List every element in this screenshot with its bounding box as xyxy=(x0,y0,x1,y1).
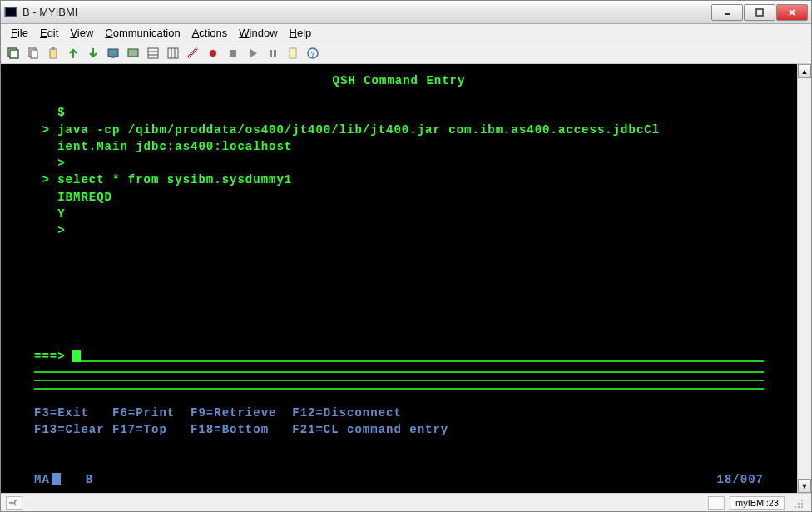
menu-window[interactable]: Window xyxy=(234,25,282,41)
menu-view[interactable]: View xyxy=(65,25,98,41)
svg-rect-9 xyxy=(31,50,37,58)
status-indicator xyxy=(52,473,61,485)
term-line: > xyxy=(9,222,789,239)
svg-point-29 xyxy=(798,503,800,505)
scroll-up-button[interactable]: ▲ xyxy=(798,64,811,78)
copy-icon[interactable] xyxy=(26,46,41,61)
input-continuation[interactable] xyxy=(34,371,764,373)
copy-screen-icon[interactable] xyxy=(6,46,21,61)
close-button[interactable] xyxy=(776,4,808,21)
paste-icon[interactable] xyxy=(46,46,61,61)
maximize-button[interactable] xyxy=(744,4,775,21)
cursor-position: 18/007 xyxy=(717,471,764,488)
window-controls xyxy=(710,4,808,21)
fkey-row-2: F13=Clear F17=Top F18=Bottom F21=CL comm… xyxy=(9,421,789,438)
svg-point-21 xyxy=(210,50,216,57)
minimize-button[interactable] xyxy=(711,4,743,21)
menu-file[interactable]: File xyxy=(6,25,33,41)
send-icon[interactable] xyxy=(66,46,81,61)
menu-edit[interactable]: Edit xyxy=(35,25,63,41)
doc-icon[interactable] xyxy=(285,46,300,61)
svg-point-32 xyxy=(798,506,800,508)
svg-rect-14 xyxy=(128,49,138,57)
svg-rect-25 xyxy=(290,48,296,58)
svg-point-30 xyxy=(801,503,803,505)
connection-plug-icon xyxy=(6,496,22,510)
command-prompt[interactable]: ===> xyxy=(9,348,789,365)
record-icon[interactable] xyxy=(205,46,220,61)
svg-rect-11 xyxy=(52,47,55,50)
svg-rect-3 xyxy=(756,9,763,16)
display-icon[interactable] xyxy=(106,46,121,61)
grid1-icon[interactable] xyxy=(146,46,161,61)
menu-actions[interactable]: Actions xyxy=(187,25,233,41)
term-line: > select * from sysibm.sysdummy1 xyxy=(9,171,789,188)
ruler-icon[interactable] xyxy=(186,46,201,61)
terminal-screen[interactable]: QSH Command Entry $ > java -cp /qibm/pro… xyxy=(1,64,797,493)
status-ma: MA xyxy=(34,471,50,488)
toolbar: ? xyxy=(1,42,811,64)
connection-lightning-icon xyxy=(708,496,725,510)
color-icon[interactable] xyxy=(126,46,141,61)
fkey-row-1: F3=Exit F6=Print F9=Retrieve F12=Disconn… xyxy=(9,405,789,421)
term-line: $ xyxy=(9,104,789,121)
svg-rect-10 xyxy=(50,49,57,58)
input-continuation[interactable] xyxy=(34,380,764,381)
receive-icon[interactable] xyxy=(86,46,101,61)
grid2-icon[interactable] xyxy=(166,46,181,61)
input-line[interactable] xyxy=(81,350,764,362)
statusbar: myIBMi:23 xyxy=(1,493,811,511)
svg-rect-7 xyxy=(10,50,18,58)
input-continuation[interactable] xyxy=(34,388,764,390)
prompt-label: ===> xyxy=(9,348,69,365)
svg-point-33 xyxy=(801,506,803,508)
status-b: B xyxy=(86,471,93,488)
window-title: B - MYIBMI xyxy=(22,6,710,18)
svg-text:?: ? xyxy=(310,50,315,58)
svg-rect-13 xyxy=(111,57,115,58)
help-icon[interactable]: ? xyxy=(305,46,320,61)
scroll-down-button[interactable]: ▼ xyxy=(798,479,811,493)
stop-icon[interactable] xyxy=(225,46,240,61)
term-line: IBMREQD xyxy=(9,189,789,206)
svg-rect-24 xyxy=(274,50,276,57)
app-icon xyxy=(4,6,17,19)
term-line: Y xyxy=(9,206,789,222)
cursor xyxy=(72,350,81,362)
pause-icon[interactable] xyxy=(265,46,280,61)
menu-communication[interactable]: Communication xyxy=(100,25,185,41)
terminal-status: MA B 18/007 xyxy=(9,471,789,488)
term-line: ient.Main jdbc:as400:localhost xyxy=(9,138,789,155)
svg-point-31 xyxy=(795,506,796,508)
titlebar: B - MYIBMI xyxy=(1,1,811,24)
vertical-scrollbar[interactable]: ▲ ▼ xyxy=(797,64,811,493)
svg-rect-22 xyxy=(230,50,236,57)
play-icon[interactable] xyxy=(245,46,260,61)
svg-rect-18 xyxy=(168,48,178,58)
resize-grip-icon[interactable] xyxy=(790,496,806,510)
svg-point-28 xyxy=(801,500,803,501)
scroll-track[interactable] xyxy=(798,78,811,479)
svg-rect-12 xyxy=(108,49,118,57)
connection-host: myIBMi:23 xyxy=(730,496,785,510)
menu-help[interactable]: Help xyxy=(285,25,317,41)
svg-rect-15 xyxy=(148,48,158,58)
menubar: File Edit View Communication Actions Win… xyxy=(1,24,811,42)
svg-rect-1 xyxy=(6,8,16,16)
term-line: > java -cp /qibm/proddata/os400/jt400/li… xyxy=(9,122,789,138)
svg-rect-23 xyxy=(270,50,272,57)
app-window: B - MYIBMI File Edit View Communication … xyxy=(0,0,812,512)
main-area: QSH Command Entry $ > java -cp /qibm/pro… xyxy=(1,64,811,493)
screen-title: QSH Command Entry xyxy=(9,72,789,89)
term-line: > xyxy=(9,155,789,171)
